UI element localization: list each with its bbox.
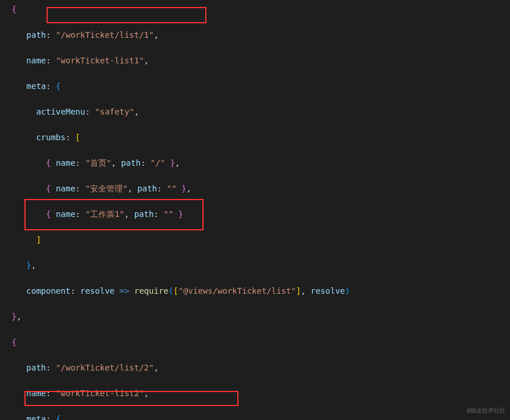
param: resolve — [80, 286, 115, 296]
prop-key: path — [134, 209, 154, 219]
prop-key: name — [56, 158, 76, 168]
watermark: @掘金技术社区 — [467, 405, 505, 418]
prop-key: activeMenu — [36, 107, 85, 116]
prop-key: path — [26, 363, 46, 372]
prop-key: path — [121, 158, 141, 168]
prop-key: name — [26, 56, 46, 65]
prop-key: name — [56, 209, 76, 219]
string-value: "workTicket-list2" — [56, 389, 144, 398]
string-value: "" — [163, 209, 173, 219]
prop-key: name — [56, 184, 76, 193]
func-call: require — [134, 286, 169, 296]
string-value: "/workTicket/list/2" — [56, 363, 154, 372]
string-value: "安全管理" — [85, 184, 127, 193]
code-editor[interactable]: { path: "/workTicket/list/1", name: "wor… — [12, 3, 510, 420]
prop-key: meta — [26, 81, 46, 91]
string-value: "safety" — [95, 107, 134, 116]
string-value: "工作票1" — [85, 209, 124, 219]
string-value: "首页" — [85, 158, 111, 168]
string-value: "" — [167, 184, 177, 193]
prop-key: component — [26, 286, 70, 296]
prop-key: path — [137, 184, 157, 193]
prop-key: name — [26, 389, 46, 398]
prop-key: crumbs — [36, 133, 66, 142]
string-value: "@views/workTicket/list" — [179, 286, 296, 296]
string-value: "workTicket-list1" — [56, 56, 144, 65]
string-value: "/workTicket/list/1" — [56, 30, 154, 40]
string-value: "/" — [151, 158, 165, 168]
param: resolve — [311, 286, 345, 296]
prop-key: meta — [26, 414, 46, 420]
prop-key: path — [26, 30, 46, 40]
